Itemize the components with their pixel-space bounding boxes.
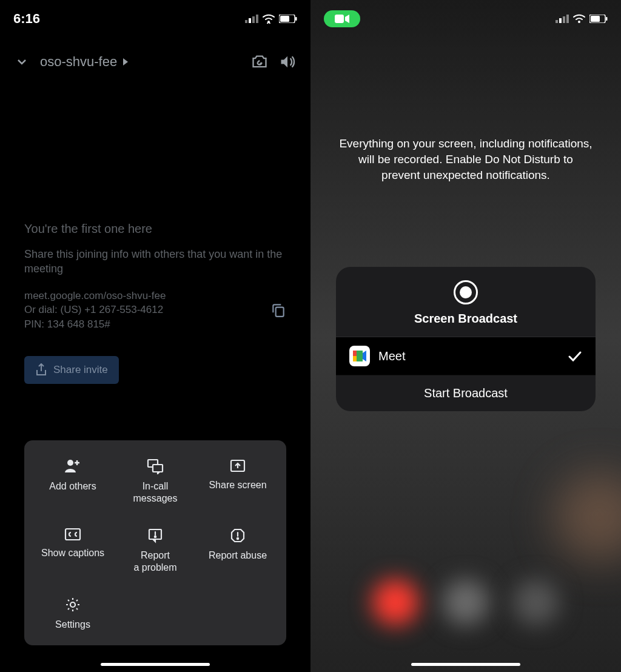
show-captions-button[interactable]: Show captions bbox=[32, 528, 114, 574]
battery-icon bbox=[279, 15, 297, 23]
join-details: meet.google.com/oso-shvu-fee Or dial: (U… bbox=[24, 289, 270, 332]
signal-icon bbox=[556, 15, 569, 23]
svg-point-4 bbox=[267, 21, 270, 23]
share-screen-label: Share screen bbox=[209, 479, 266, 491]
svg-rect-9 bbox=[276, 307, 284, 317]
status-bar bbox=[310, 0, 621, 33]
svg-rect-2 bbox=[252, 16, 255, 23]
blurred-control bbox=[443, 579, 489, 625]
blurred-control bbox=[513, 579, 559, 625]
signal-icon bbox=[245, 15, 258, 23]
svg-rect-7 bbox=[295, 17, 297, 21]
report-abuse-button[interactable]: Report abuse bbox=[196, 528, 279, 574]
screen-recording-pill[interactable] bbox=[324, 10, 360, 27]
svg-point-19 bbox=[70, 602, 75, 607]
camera-switch-icon[interactable] bbox=[251, 53, 268, 70]
meeting-code-text: oso-shvu-fee bbox=[40, 54, 117, 70]
svg-rect-25 bbox=[566, 15, 569, 23]
share-icon bbox=[35, 363, 47, 377]
home-indicator[interactable] bbox=[411, 663, 520, 666]
svg-rect-12 bbox=[153, 465, 163, 472]
report-problem-label: Report a problem bbox=[133, 549, 176, 574]
blur-decoration bbox=[554, 472, 621, 563]
messages-icon bbox=[147, 459, 164, 474]
join-pin: PIN: 134 648 815# bbox=[24, 317, 270, 332]
battery-icon bbox=[589, 15, 608, 23]
svg-rect-0 bbox=[245, 20, 247, 23]
settings-button[interactable]: Settings bbox=[32, 597, 114, 631]
copy-icon[interactable] bbox=[270, 302, 286, 318]
broadcast-app-row[interactable]: Meet bbox=[336, 337, 596, 375]
broadcast-card: Screen Broadcast Meet Start Broadcast bbox=[336, 267, 596, 411]
report-problem-button[interactable]: Report a problem bbox=[114, 528, 196, 574]
svg-rect-29 bbox=[606, 17, 608, 21]
speaker-icon[interactable] bbox=[279, 53, 296, 70]
share-invite-label: Share invite bbox=[53, 364, 108, 376]
svg-rect-1 bbox=[249, 18, 251, 23]
meeting-header: oso-shvu-fee bbox=[0, 33, 310, 76]
svg-rect-14 bbox=[65, 529, 80, 540]
in-call-messages-button[interactable]: In-call messages bbox=[114, 459, 196, 505]
svg-rect-3 bbox=[256, 15, 258, 23]
svg-rect-23 bbox=[559, 18, 562, 23]
svg-rect-22 bbox=[556, 20, 558, 23]
broadcast-warning: Everything on your screen, including not… bbox=[310, 136, 621, 184]
show-captions-label: Show captions bbox=[41, 547, 104, 559]
status-icons bbox=[245, 14, 297, 24]
status-time: 6:16 bbox=[13, 11, 40, 27]
chevron-down-icon[interactable] bbox=[15, 55, 29, 69]
report-abuse-icon bbox=[230, 528, 246, 543]
broadcast-title: Screen Broadcast bbox=[414, 312, 517, 326]
svg-rect-24 bbox=[563, 16, 565, 23]
video-icon bbox=[335, 14, 349, 24]
bottom-controls-blur bbox=[310, 557, 621, 648]
meeting-code[interactable]: oso-shvu-fee bbox=[40, 54, 240, 70]
wifi-icon bbox=[262, 14, 275, 24]
start-broadcast-button[interactable]: Start Broadcast bbox=[336, 375, 596, 411]
share-screen-icon bbox=[229, 459, 246, 473]
svg-rect-32 bbox=[357, 351, 363, 361]
broadcast-screen: Everything on your screen, including not… bbox=[310, 0, 621, 672]
svg-point-10 bbox=[67, 460, 73, 466]
chevron-right-icon bbox=[122, 57, 129, 67]
wifi-icon bbox=[572, 14, 586, 24]
svg-rect-31 bbox=[353, 356, 357, 361]
gear-icon bbox=[65, 597, 81, 613]
broadcast-header: Screen Broadcast bbox=[336, 267, 596, 337]
join-url: meet.google.com/oso-shvu-fee bbox=[24, 289, 270, 303]
home-indicator[interactable] bbox=[101, 663, 210, 666]
report-abuse-label: Report abuse bbox=[209, 549, 267, 562]
settings-label: Settings bbox=[55, 619, 90, 631]
meet-call-screen: 6:16 oso-shvu-fee You're the first one h… bbox=[0, 0, 310, 672]
svg-marker-21 bbox=[345, 15, 349, 23]
status-bar: 6:16 bbox=[0, 0, 310, 33]
svg-rect-28 bbox=[591, 16, 600, 22]
meet-app-icon bbox=[349, 346, 370, 366]
record-indicator-icon bbox=[454, 280, 478, 304]
in-call-messages-label: In-call messages bbox=[133, 480, 178, 505]
svg-point-26 bbox=[578, 21, 580, 23]
meeting-info: You're the first one here Share this joi… bbox=[0, 222, 310, 332]
svg-marker-33 bbox=[363, 351, 366, 361]
svg-rect-6 bbox=[280, 16, 289, 22]
svg-rect-20 bbox=[335, 15, 344, 23]
svg-point-18 bbox=[237, 538, 238, 539]
captions-icon bbox=[64, 528, 81, 541]
options-sheet: Add others In-call messages Share screen… bbox=[24, 440, 286, 645]
add-others-label: Add others bbox=[49, 480, 96, 492]
add-person-icon bbox=[64, 459, 82, 474]
checkmark-icon bbox=[568, 350, 582, 362]
report-problem-icon bbox=[147, 528, 163, 543]
share-invite-button[interactable]: Share invite bbox=[24, 356, 119, 384]
join-info: meet.google.com/oso-shvu-fee Or dial: (U… bbox=[24, 289, 286, 332]
svg-point-16 bbox=[155, 536, 156, 537]
share-screen-button[interactable]: Share screen bbox=[196, 459, 279, 505]
join-dial: Or dial: (US) +1 267-553-4612 bbox=[24, 303, 270, 317]
add-others-button[interactable]: Add others bbox=[32, 459, 114, 505]
broadcast-app-name: Meet bbox=[378, 349, 559, 363]
status-icons bbox=[556, 14, 608, 24]
first-here-text: You're the first one here bbox=[24, 222, 286, 236]
blurred-control bbox=[372, 579, 418, 625]
svg-rect-30 bbox=[353, 351, 357, 356]
svg-marker-8 bbox=[123, 58, 128, 66]
